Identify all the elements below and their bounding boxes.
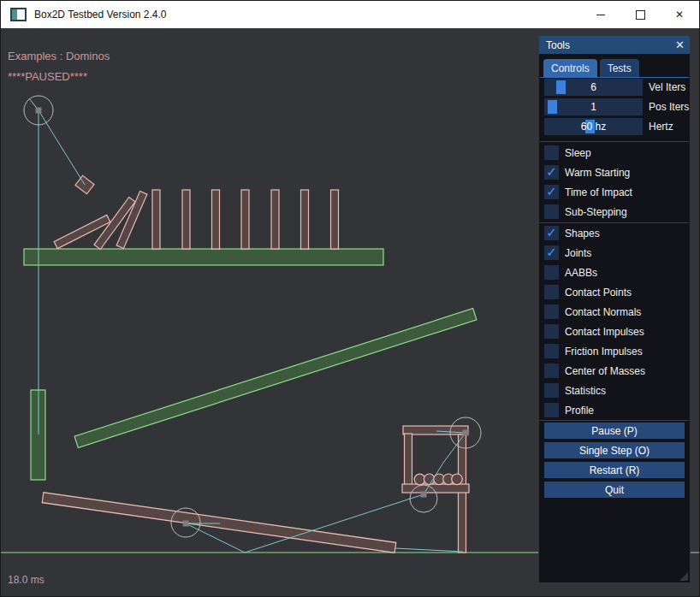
checkbox[interactable]: ✓ xyxy=(544,226,559,240)
checkbox-row-profile[interactable]: Profile xyxy=(544,403,594,417)
checkbox-row-sleep[interactable]: Sleep xyxy=(544,145,591,160)
window-title: Box2D Testbed Version 2.4.0 xyxy=(34,9,167,21)
separator xyxy=(540,420,689,421)
dynamic-body xyxy=(301,190,309,249)
slider-label: Pos Iters xyxy=(649,101,689,113)
dynamic-body xyxy=(271,190,279,249)
checkbox-row-sub-stepping[interactable]: Sub-Stepping xyxy=(544,204,627,219)
check-icon: ✓ xyxy=(546,245,557,258)
dynamic-body xyxy=(212,190,220,249)
joint-line xyxy=(39,110,85,185)
ball-body xyxy=(452,474,463,485)
checkbox[interactable] xyxy=(544,204,559,219)
checkbox-label: Friction Impulses xyxy=(565,346,643,358)
checkbox[interactable]: ✓ xyxy=(544,245,559,260)
dynamic-body xyxy=(405,434,412,485)
checkbox-label: AABBs xyxy=(565,267,597,279)
joint-anchor xyxy=(183,521,189,527)
checkbox-label: Sleep xyxy=(565,147,591,159)
checkbox-row-time-of-impact[interactable]: ✓Time of Impact xyxy=(544,185,632,199)
tab-underline xyxy=(540,77,689,78)
checkbox-label: Center of Masses xyxy=(565,365,645,377)
static-body xyxy=(24,249,383,265)
checkbox-row-joints[interactable]: ✓Joints xyxy=(544,245,591,260)
checkbox-row-shapes[interactable]: ✓Shapes xyxy=(544,226,600,240)
tools-panel-titlebar[interactable]: Tools ✕ xyxy=(539,36,690,54)
checkbox-label: Sub-Stepping xyxy=(565,206,627,218)
minimize-button[interactable] xyxy=(581,1,620,28)
paused-label: ****PAUSED**** xyxy=(8,70,87,83)
slider-row-pos-iters: 1Pos Iters xyxy=(544,98,689,115)
dynamic-body xyxy=(42,493,396,553)
dynamic-body xyxy=(331,190,339,249)
slider-label: Vel Iters xyxy=(649,81,685,93)
checkbox-row-contact-points[interactable]: Contact Points xyxy=(544,285,632,299)
checkbox[interactable] xyxy=(544,145,559,160)
checkbox-row-center-of-masses[interactable]: Center of Masses xyxy=(544,364,645,378)
checkbox[interactable] xyxy=(544,383,559,398)
dynamic-body xyxy=(459,434,466,553)
restart-r-button[interactable]: Restart (R) xyxy=(544,462,685,478)
joint-line xyxy=(395,548,463,552)
single-step-o-button[interactable]: Single Step (O) xyxy=(544,442,685,458)
checkbox-row-warm-starting[interactable]: ✓Warm Starting xyxy=(544,165,630,180)
tools-close-icon[interactable]: ✕ xyxy=(675,39,685,50)
check-icon: ✓ xyxy=(546,165,557,178)
box2d-testbed-window: { "window": { "title": "Box2D Testbed Ve… xyxy=(0,0,700,597)
slider-track[interactable]: 6 xyxy=(544,79,643,96)
checkbox-label: Contact Points xyxy=(565,287,632,298)
maximize-button[interactable] xyxy=(620,1,660,28)
joint-anchor xyxy=(421,492,427,498)
separator xyxy=(540,141,689,142)
separator xyxy=(540,222,689,223)
tab-label: Tests xyxy=(608,62,632,74)
checkbox-label: Shapes xyxy=(565,228,600,239)
checkbox[interactable] xyxy=(544,324,559,339)
check-icon: ✓ xyxy=(546,185,557,198)
dynamic-body xyxy=(182,190,190,249)
pause-p-button[interactable]: Pause (P) xyxy=(544,423,685,439)
close-icon: ✕ xyxy=(675,9,684,20)
tab-controls[interactable]: Controls xyxy=(543,59,597,77)
checkbox-label: Time of Impact xyxy=(565,186,632,198)
checkbox-label: Contact Impulses xyxy=(565,326,644,338)
tools-panel-title: Tools xyxy=(546,39,570,51)
app-icon xyxy=(10,8,27,21)
dynamic-body xyxy=(241,190,249,249)
checkbox-label: Statistics xyxy=(565,385,606,397)
slider-label: Hertz xyxy=(649,121,673,133)
checkbox[interactable] xyxy=(544,285,559,299)
tools-panel: Tools ✕ ControlsTests 6Vel Iters1Pos Ite… xyxy=(538,35,691,583)
slider-track[interactable]: 1 xyxy=(544,98,643,115)
checkbox[interactable]: ✓ xyxy=(544,165,559,180)
tab-bar: ControlsTests xyxy=(543,59,639,77)
checkbox-row-contact-normals[interactable]: Contact Normals xyxy=(544,304,641,319)
checkbox[interactable] xyxy=(544,265,559,280)
os-titlebar[interactable]: Box2D Testbed Version 2.4.0 ✕ xyxy=(1,1,699,28)
resize-grip[interactable] xyxy=(679,572,688,581)
joint-anchor xyxy=(463,430,469,436)
minimize-icon xyxy=(596,15,605,15)
close-button[interactable]: ✕ xyxy=(660,1,699,28)
slider-value: 6 xyxy=(544,79,643,96)
checkbox-row-aabbs[interactable]: AABBs xyxy=(544,265,597,280)
checkbox[interactable] xyxy=(544,344,559,358)
checkbox-row-statistics[interactable]: Statistics xyxy=(544,383,606,398)
checkbox[interactable]: ✓ xyxy=(544,185,559,199)
frame-time-label: 18.0 ms xyxy=(8,574,44,586)
checkbox-row-friction-impulses[interactable]: Friction Impulses xyxy=(544,344,643,358)
checkbox[interactable] xyxy=(544,364,559,378)
slider-track[interactable]: 60 hz xyxy=(544,118,643,135)
slider-row-vel-iters: 6Vel Iters xyxy=(544,79,685,96)
checkbox-label: Profile xyxy=(565,405,594,417)
slider-row-hertz: 60 hzHertz xyxy=(544,118,673,135)
joint-anchor xyxy=(36,108,42,114)
checkbox-row-contact-impulses[interactable]: Contact Impulses xyxy=(544,324,644,339)
checkbox[interactable] xyxy=(544,304,559,319)
checkbox[interactable] xyxy=(544,403,559,417)
check-icon: ✓ xyxy=(546,226,557,239)
slider-value: 60 hz xyxy=(544,118,643,135)
quit-button[interactable]: Quit xyxy=(544,482,685,498)
tab-tests[interactable]: Tests xyxy=(600,59,639,77)
checkbox-label: Contact Normals xyxy=(565,306,641,318)
